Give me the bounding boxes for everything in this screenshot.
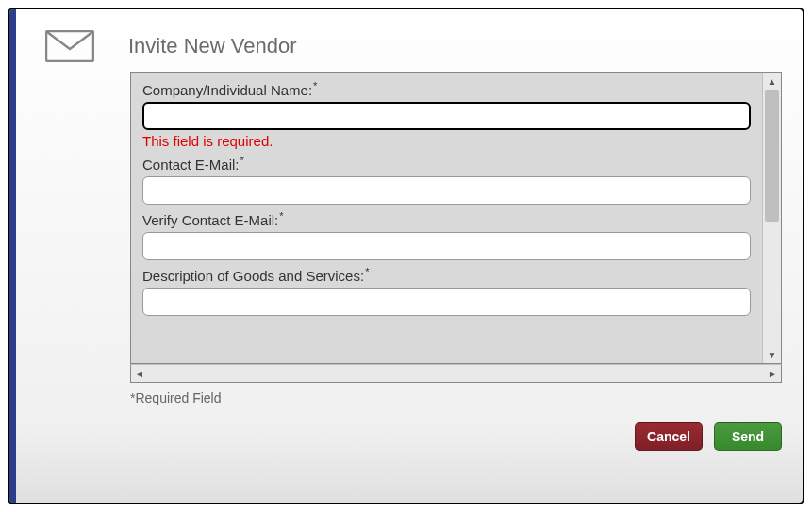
- form-container: Company/Individual Name:* This field is …: [130, 72, 782, 364]
- contact-email-group: Contact E-Mail:*: [142, 155, 751, 205]
- company-name-label: Company/Individual Name:*: [142, 80, 751, 98]
- cancel-button[interactable]: Cancel: [635, 422, 703, 451]
- contact-email-input[interactable]: [142, 176, 751, 205]
- modal-title: Invite New Vendor: [128, 34, 297, 58]
- verify-email-group: Verify Contact E-Mail:*: [142, 210, 751, 260]
- verify-email-label: Verify Contact E-Mail:*: [142, 210, 751, 228]
- company-name-input[interactable]: [142, 102, 751, 130]
- verify-email-input[interactable]: [142, 232, 751, 260]
- send-button[interactable]: Send: [714, 422, 782, 451]
- vertical-scroll-thumb[interactable]: [765, 90, 779, 222]
- description-input[interactable]: [142, 288, 751, 316]
- required-field-note: *Required Field: [130, 390, 803, 405]
- required-asterisk: *: [313, 80, 317, 91]
- scroll-left-arrow[interactable]: ◄: [131, 365, 148, 382]
- invite-vendor-modal: Invite New Vendor Company/Individual Nam…: [8, 8, 804, 504]
- required-asterisk: *: [240, 155, 244, 166]
- vertical-scrollbar[interactable]: ▲ ▼: [762, 73, 781, 363]
- modal-accent-bar: [9, 9, 16, 503]
- horizontal-scrollbar[interactable]: ◄ ►: [130, 364, 782, 383]
- required-asterisk: *: [365, 266, 369, 277]
- contact-email-label: Contact E-Mail:*: [142, 155, 751, 173]
- company-name-error: This field is required.: [142, 133, 751, 149]
- form-scroll-area: Company/Individual Name:* This field is …: [131, 73, 762, 363]
- required-asterisk: *: [279, 210, 283, 222]
- scroll-down-arrow[interactable]: ▼: [764, 346, 781, 363]
- company-name-group: Company/Individual Name:* This field is …: [142, 80, 751, 149]
- scroll-right-arrow[interactable]: ►: [764, 365, 781, 382]
- button-row: Cancel Send: [9, 405, 803, 451]
- vertical-scroll-track[interactable]: [763, 90, 781, 346]
- description-label: Description of Goods and Services:*: [142, 266, 751, 284]
- envelope-icon: [45, 30, 94, 62]
- description-group: Description of Goods and Services:*: [142, 266, 751, 316]
- scroll-up-arrow[interactable]: ▲: [764, 73, 781, 90]
- modal-header: Invite New Vendor: [9, 9, 803, 72]
